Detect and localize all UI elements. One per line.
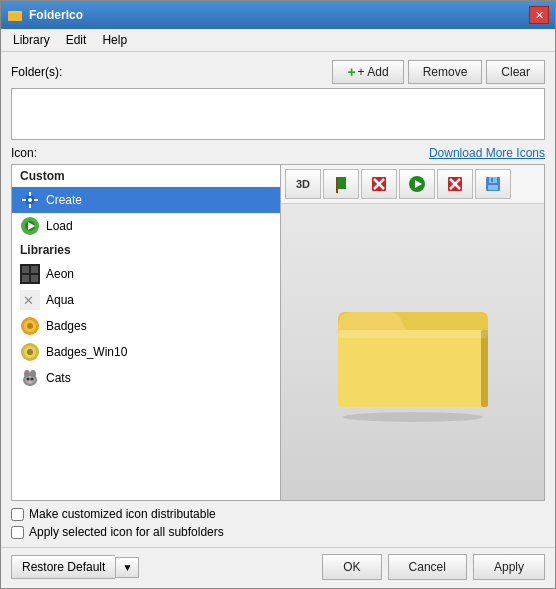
svg-rect-13 (22, 266, 29, 273)
svg-point-24 (27, 349, 33, 355)
distributable-checkbox[interactable] (11, 508, 24, 521)
distributable-label: Make customized icon distributable (29, 507, 216, 521)
restore-default-button[interactable]: Restore Default (11, 555, 115, 579)
cats-icon (20, 368, 40, 388)
svg-point-21 (27, 323, 33, 329)
icon-list-scroll[interactable]: Custom (12, 165, 280, 500)
create-icon (20, 190, 40, 210)
folder-input-area[interactable] (11, 88, 545, 140)
app-icon (7, 7, 23, 23)
create-label: Create (46, 193, 82, 207)
restore-button-group: Restore Default ▼ (11, 555, 139, 579)
svg-rect-14 (31, 266, 38, 273)
svg-point-30 (31, 378, 34, 381)
icon-label: Icon: (11, 146, 37, 160)
download-link[interactable]: Download More Icons (429, 146, 545, 160)
folder-preview-icon (333, 282, 493, 422)
svg-rect-47 (338, 330, 488, 407)
folder-section: Folder(s): + + Add Remove Clear (11, 60, 545, 140)
badges-win10-label: Badges_Win10 (46, 345, 127, 359)
content-area: Folder(s): + + Add Remove Clear Icon: Do… (1, 52, 555, 547)
badges-win10-icon (20, 342, 40, 362)
title-bar: FolderIco ✕ (1, 1, 555, 29)
icon-preview-panel: 3D (281, 164, 545, 501)
folder-label: Folder(s): (11, 65, 62, 79)
toolbar-x-red-button[interactable] (361, 169, 397, 199)
svg-rect-8 (34, 199, 38, 201)
aeon-label: Aeon (46, 267, 74, 281)
svg-point-29 (27, 378, 30, 381)
main-window: FolderIco ✕ Library Edit Help Folder(s):… (0, 0, 556, 589)
remove-button[interactable]: Remove (408, 60, 483, 84)
menu-bar: Library Edit Help (1, 29, 555, 52)
bottom-buttons: Restore Default ▼ OK Cancel Apply (1, 547, 555, 588)
plus-icon: + (347, 64, 355, 80)
close-button[interactable]: ✕ (529, 6, 549, 24)
svg-rect-1 (8, 13, 22, 21)
toolbar-3d-button[interactable]: 3D (285, 169, 321, 199)
toolbar-flag-button[interactable] (323, 169, 359, 199)
folder-header: Folder(s): + + Add Remove Clear (11, 60, 545, 84)
icon-toolbar: 3D (281, 165, 544, 204)
list-item-cats[interactable]: Cats (12, 365, 280, 391)
add-button[interactable]: + + Add (332, 60, 403, 84)
aeon-icon (20, 264, 40, 284)
list-item-aeon[interactable]: Aeon (12, 261, 280, 287)
list-item-badges-win10[interactable]: Badges_Win10 (12, 339, 280, 365)
ok-button[interactable]: OK (322, 554, 381, 580)
svg-point-4 (28, 198, 32, 202)
cancel-button[interactable]: Cancel (388, 554, 467, 580)
list-item-load[interactable]: Load (12, 213, 280, 239)
svg-rect-16 (31, 275, 38, 282)
subfolders-option[interactable]: Apply selected icon for all subfolders (11, 525, 545, 539)
menu-help[interactable]: Help (94, 31, 135, 49)
distributable-option[interactable]: Make customized icon distributable (11, 507, 545, 521)
restore-arrow-button[interactable]: ▼ (115, 557, 139, 578)
right-buttons: OK Cancel Apply (322, 554, 545, 580)
svg-rect-6 (29, 204, 31, 208)
apply-button[interactable]: Apply (473, 554, 545, 580)
aqua-label: Aqua (46, 293, 74, 307)
svg-text:✕: ✕ (23, 293, 34, 308)
cats-label: Cats (46, 371, 71, 385)
toolbar-x-red2-button[interactable] (437, 169, 473, 199)
icon-list-panel: Custom (11, 164, 281, 501)
toolbar-play-button[interactable] (399, 169, 435, 199)
menu-library[interactable]: Library (5, 31, 58, 49)
load-icon (20, 216, 40, 236)
svg-point-31 (28, 381, 32, 383)
toolbar-save-button[interactable] (475, 169, 511, 199)
custom-header: Custom (12, 165, 280, 187)
window-title: FolderIco (29, 8, 529, 22)
libraries-header: Libraries (12, 239, 280, 261)
list-item-create[interactable]: Create (12, 187, 280, 213)
bottom-options: Make customized icon distributable Apply… (11, 507, 545, 539)
list-item-badges[interactable]: Badges (12, 313, 280, 339)
icon-body: Custom (11, 164, 545, 501)
svg-rect-15 (22, 275, 29, 282)
svg-rect-48 (481, 330, 488, 407)
svg-rect-50 (338, 330, 488, 338)
svg-rect-5 (29, 192, 31, 196)
subfolders-checkbox[interactable] (11, 526, 24, 539)
menu-edit[interactable]: Edit (58, 31, 95, 49)
svg-rect-44 (491, 178, 493, 182)
load-label: Load (46, 219, 73, 233)
svg-rect-7 (22, 199, 26, 201)
clear-button[interactable]: Clear (486, 60, 545, 84)
folder-buttons: + + Add Remove Clear (332, 60, 545, 84)
icon-header: Icon: Download More Icons (11, 146, 545, 160)
svg-rect-33 (336, 177, 338, 193)
svg-point-49 (343, 412, 483, 422)
svg-rect-45 (488, 185, 498, 190)
icon-section: Icon: Download More Icons Custom (11, 146, 545, 501)
aqua-icon: ✕ (20, 290, 40, 310)
subfolders-label: Apply selected icon for all subfolders (29, 525, 224, 539)
list-item-aqua[interactable]: ✕ Aqua (12, 287, 280, 313)
badges-icon (20, 316, 40, 336)
icon-display (281, 204, 544, 500)
badges-label: Badges (46, 319, 87, 333)
